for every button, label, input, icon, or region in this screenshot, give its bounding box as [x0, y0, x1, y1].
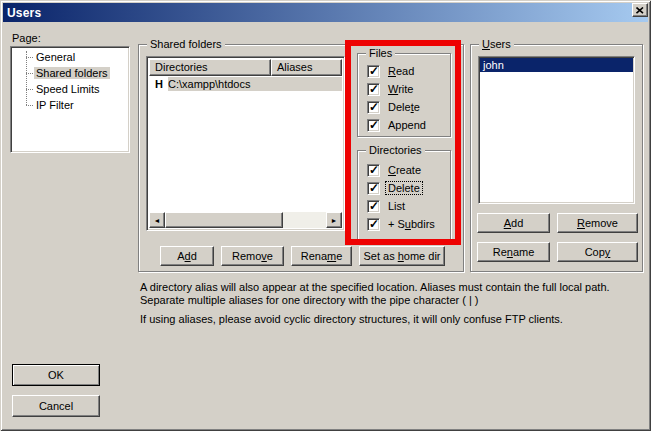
- title-bar: Users: [3, 3, 648, 22]
- checkbox-row-create: Create: [367, 163, 423, 177]
- list-header-row: Directories Aliases: [149, 59, 342, 76]
- directories-group-label: Directories: [366, 144, 425, 157]
- cancel-button[interactable]: Cancel: [12, 395, 100, 417]
- close-icon: [636, 7, 644, 14]
- page-label: Page:: [12, 32, 41, 44]
- checkbox-row-append: Append: [367, 118, 428, 132]
- close-button[interactable]: [632, 3, 648, 17]
- files-group-label: Files: [366, 47, 395, 60]
- directory-path: C:\xampp\htdocs: [168, 77, 342, 91]
- checkbox-files-read-label[interactable]: Read: [386, 65, 416, 77]
- users-dialog: Users Page: General Shared folders Speed…: [0, 0, 651, 431]
- checkbox-row-files-delete: Delete: [367, 100, 422, 114]
- checkbox-dirs-subdirs-label[interactable]: + Subdirs: [386, 218, 437, 230]
- column-header-aliases[interactable]: Aliases: [271, 59, 342, 76]
- window-title: Users: [7, 6, 41, 20]
- horizontal-scrollbar[interactable]: ◄ ►: [149, 212, 342, 228]
- directories-group: Directories Create Delete List + Subdirs: [357, 150, 451, 240]
- users-rename-button[interactable]: Rename: [477, 242, 550, 262]
- checkbox-row-list: List: [367, 199, 407, 213]
- checkbox-dirs-create-label[interactable]: Create: [386, 164, 423, 176]
- set-as-home-dir-button[interactable]: Set as home dir: [359, 246, 445, 266]
- page-listbox: General Shared folders Speed Limits IP F…: [10, 46, 130, 153]
- checkbox-files-write-label[interactable]: Write: [386, 83, 415, 95]
- alias-note: A directory alias will also appear at th…: [140, 281, 651, 307]
- checkbox-row-read: Read: [367, 64, 416, 78]
- directory-row[interactable]: H C:\xampp\htdocs: [149, 76, 342, 91]
- checkbox-dirs-delete-label[interactable]: Delete: [386, 182, 422, 194]
- shared-rename-button[interactable]: Rename: [291, 246, 352, 266]
- scrollbar-thumb[interactable]: [165, 212, 283, 228]
- checkbox-dirs-list[interactable]: [367, 200, 380, 213]
- shared-add-button[interactable]: Add: [160, 246, 214, 266]
- ok-button[interactable]: OK: [12, 364, 100, 386]
- checkbox-files-read[interactable]: [367, 65, 380, 78]
- users-listbox: john: [478, 56, 635, 204]
- user-item-john[interactable]: john: [480, 58, 633, 72]
- users-remove-button[interactable]: Remove: [557, 213, 638, 233]
- checkbox-files-write[interactable]: [367, 83, 380, 96]
- scrollbar-track[interactable]: [283, 212, 326, 228]
- users-copy-button[interactable]: Copy: [557, 242, 638, 262]
- checkbox-row-write: Write: [367, 82, 415, 96]
- page-item-ip-filter[interactable]: IP Filter: [13, 97, 127, 113]
- checkbox-dirs-create[interactable]: [367, 164, 380, 177]
- page-item-general[interactable]: General: [13, 49, 127, 65]
- page-item-speed-limits[interactable]: Speed Limits: [13, 81, 127, 97]
- users-group-label: Users: [479, 38, 514, 51]
- checkbox-files-append-label[interactable]: Append: [386, 119, 428, 131]
- files-group: Files Read Write Delete Append: [357, 53, 451, 137]
- scroll-left-icon: ◄: [154, 217, 161, 224]
- page-item-shared-folders[interactable]: Shared folders: [13, 65, 127, 81]
- checkbox-files-append[interactable]: [367, 119, 380, 132]
- column-header-directories[interactable]: Directories: [149, 59, 271, 76]
- scroll-right-icon: ►: [331, 217, 338, 224]
- checkbox-row-dirs-delete: Delete: [367, 181, 422, 195]
- checkbox-dirs-subdirs[interactable]: [367, 218, 380, 231]
- checkbox-dirs-list-label[interactable]: List: [386, 200, 407, 212]
- scroll-right-button[interactable]: ►: [326, 212, 342, 228]
- shared-folders-list-body: Directories Aliases H C:\xampp\htdocs: [149, 59, 342, 228]
- checkbox-files-delete[interactable]: [367, 101, 380, 114]
- users-add-button[interactable]: Add: [477, 213, 550, 233]
- home-directory-flag: H: [149, 77, 168, 91]
- shared-folders-group-label: Shared folders: [147, 38, 225, 51]
- cyclic-note: If using aliases, please avoid cyclic di…: [140, 313, 651, 326]
- shared-remove-button[interactable]: Remove: [221, 246, 284, 266]
- page-tree: General Shared folders Speed Limits IP F…: [13, 49, 127, 150]
- checkbox-row-subdirs: + Subdirs: [367, 217, 437, 231]
- checkbox-files-delete-label[interactable]: Delete: [386, 101, 422, 113]
- scroll-left-button[interactable]: ◄: [149, 212, 165, 228]
- checkbox-dirs-delete[interactable]: [367, 182, 380, 195]
- shared-folders-list: Directories Aliases H C:\xampp\htdocs ◄ …: [146, 56, 345, 231]
